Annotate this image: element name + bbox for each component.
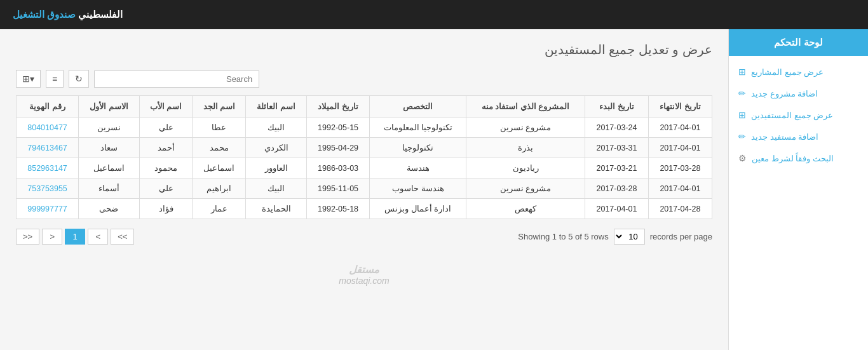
per-page-select[interactable]: 10 25 50 [614,229,645,245]
sidebar-item-view-beneficiaries[interactable]: عرض جميع المستفيدين ⊞ [729,104,868,126]
cell-grandfather: عمار [193,199,246,219]
last-page-button[interactable]: >> [111,229,134,245]
cell-birth-date: 1992-05-15 [306,118,370,138]
sidebar-item-search-condition[interactable]: البحث وفقاً لشرط معين ⚙ [729,147,868,169]
current-page-button[interactable]: 1 [65,229,85,245]
table-row: 2017-04-012017-03-28مشروع نسرينهندسة حاس… [17,178,712,199]
table-body: 2017-04-012017-03-24مشروع نسرينتكنولوجيا… [17,118,712,219]
cell-father: علي [139,178,193,199]
col-father: اسم الأب [139,96,193,118]
col-id-number: رقم الهوية [17,96,79,118]
showing-text: Showing 1 to 5 of 5 rows [518,232,608,241]
col-start-date: تاريخ البدء [585,96,649,118]
col-specialization: التخصص [370,96,466,118]
table-row: 2017-04-012017-03-24مشروع نسرينتكنولوجيا… [17,118,712,138]
refresh-button[interactable]: ↻ [69,70,89,88]
cell-father: محمود [139,158,193,178]
cell-end-date: 2017-03-28 [648,158,712,178]
records-per-page-label: records per page [650,232,712,241]
cell-start-date: 2017-03-28 [585,178,649,199]
brand-main: الفلسطيني [78,9,123,20]
id-link[interactable]: 852963147 [27,164,67,173]
cell-family-name: العاوور [246,158,307,178]
id-link[interactable]: 804010477 [27,123,67,132]
grid-icon-2: ⊞ [738,110,746,120]
cell-specialization: تكنولوجيا المعلومات [370,118,466,138]
cell-father: أحمد [139,138,193,158]
table-row: 2017-03-282017-03-21رياديونهندسة1986-03-… [17,158,712,178]
cell-specialization: هندسة حاسوب [370,178,466,199]
toolbar: ↻ ≡ ▾⊞ [16,70,712,88]
top-header: الفلسطيني صندوق التشغيل [0,0,868,29]
cell-id-number[interactable]: 852963147 [17,158,79,178]
grid-view-button[interactable]: ▾⊞ [16,70,41,88]
col-birth-date: تاريخ الميلاد [306,96,370,118]
sidebar-item-add-beneficiary[interactable]: اضافة مستفيد جديد ✏ [729,126,868,147]
cell-grandfather: محمد [193,138,246,158]
edit-icon-2: ✏ [738,131,746,142]
cell-end-date: 2017-04-28 [648,199,712,219]
gear-icon: ⚙ [738,153,747,163]
sidebar-label-view-beneficiaries: عرض جميع المستفيدين [751,111,833,120]
cell-family-name: البيك [246,118,307,138]
cell-father: فؤاد [139,199,193,219]
refresh-icon: ↻ [75,74,83,84]
first-page-button[interactable]: << [16,229,39,245]
id-link[interactable]: 999997777 [27,205,67,213]
col-project: المشروع الذي استفاد منه [466,96,585,118]
cell-id-number[interactable]: 794613467 [17,138,79,158]
footer-bar: records per page 10 25 50 Showing 1 to 5… [16,229,712,245]
edit-icon-1: ✏ [738,88,746,98]
cell-start-date: 2017-03-21 [585,158,649,178]
search-input[interactable] [94,71,259,88]
cell-id-number[interactable]: 753753955 [17,178,79,199]
cell-first-name: أسماء [79,178,140,199]
watermark-arabic: مستقل [16,264,712,276]
main-content: عرض و تعديل جميع المستفيدين ↻ ≡ ▾⊞ تاريخ… [0,29,728,350]
sidebar-menu: عرض جميع المشاريع ⊞ اضافة مشروع جديد ✏ ع… [729,56,868,174]
cell-start-date: 2017-04-01 [585,199,649,219]
watermark: مستقل mostaqi.com [16,264,712,286]
prev-page-button[interactable]: < [42,229,62,245]
sidebar-item-view-projects[interactable]: عرض جميع المشاريع ⊞ [729,61,868,83]
sidebar-label-add-beneficiary: اضافة مستفيد جديد [751,132,818,142]
cell-end-date: 2017-04-01 [648,138,712,158]
cell-project: رياديون [466,158,585,178]
sidebar-label-search-condition: البحث وفقاً لشرط معين [752,154,834,163]
cell-specialization: هندسة [370,158,466,178]
cell-specialization: تكنولوجيا [370,138,466,158]
cell-father: علي [139,118,193,138]
cell-grandfather: عطا [193,118,246,138]
id-link[interactable]: 794613467 [27,144,67,152]
sidebar-header: لوحة التحكم [729,29,868,56]
cell-end-date: 2017-04-01 [648,118,712,138]
cell-id-number[interactable]: 804010477 [17,118,79,138]
sidebar-label-add-project: اضافة مشروع جديد [751,89,818,98]
cell-project: بذرة [466,138,585,158]
brand-accent: صندوق التشغيل [13,9,76,20]
cell-project: كهعص [466,199,585,219]
cell-grandfather: اسماعيل [193,158,246,178]
id-link[interactable]: 753753955 [27,184,67,193]
table-head: تاريخ الانتهاء تاريخ البدء المشروع الذي … [17,96,712,118]
cell-start-date: 2017-03-31 [585,138,649,158]
cell-birth-date: 1995-04-29 [306,138,370,158]
cell-specialization: ادارة أعمال وبزنس [370,199,466,219]
data-table: تاريخ الانتهاء تاريخ البدء المشروع الذي … [16,95,712,219]
cell-family-name: البيك [246,178,307,199]
cell-first-name: نسرين [79,118,140,138]
cell-id-number[interactable]: 999997777 [17,199,79,219]
next-page-button[interactable]: > [88,229,108,245]
table-row: 2017-04-282017-04-01كهعصادارة أعمال وبزن… [17,199,712,219]
cell-project: مشروع نسرين [466,118,585,138]
table-row: 2017-04-012017-03-31بذرةتكنولوجيا1995-04… [17,138,712,158]
pagination: >> > 1 < << [16,229,134,245]
page-title: عرض و تعديل جميع المستفيدين [16,42,712,57]
sidebar-item-add-project[interactable]: اضافة مشروع جديد ✏ [729,83,868,104]
col-family-name: اسم العائلة [246,96,307,118]
sidebar: لوحة التحكم عرض جميع المشاريع ⊞ اضافة مش… [728,29,868,350]
columns-button[interactable]: ≡ [46,70,64,88]
cell-start-date: 2017-03-24 [585,118,649,138]
col-first-name: الاسم الأول [79,96,140,118]
table-header-row: تاريخ الانتهاء تاريخ البدء المشروع الذي … [17,96,712,118]
